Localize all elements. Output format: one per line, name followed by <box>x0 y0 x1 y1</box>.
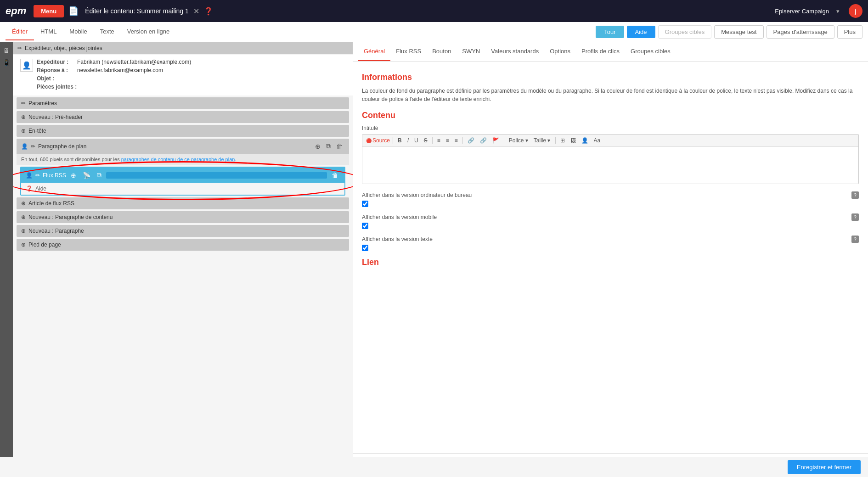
afficher-bureau-label-row: Afficher dans la version ordinateur de b… <box>362 191 859 199</box>
link2-button[interactable]: 🔗 <box>478 136 489 145</box>
help-circle-icon: ❓ <box>26 185 33 192</box>
bold-button[interactable]: B <box>396 136 404 145</box>
paragraphe-contenu-section[interactable]: ⊕ Nouveau : Paragraphe de contenu <box>17 211 349 223</box>
afficher-bureau-checkbox[interactable] <box>362 201 368 207</box>
expediteur-row: Expéditeur : Fabrikam (newsletter.fabrik… <box>37 59 191 65</box>
tab-texte[interactable]: Texte <box>94 23 121 40</box>
tab-valeurs-standards[interactable]: Valeurs standards <box>485 42 544 61</box>
parametres-section[interactable]: ✏ Paramètres <box>17 97 349 109</box>
enregistrer-button[interactable]: Enregistrer et fermer <box>788 460 861 474</box>
pieces-label: Pièces jointes : <box>37 84 77 90</box>
editor-area[interactable] <box>362 147 858 184</box>
italic-button[interactable]: I <box>406 136 411 145</box>
entete-section[interactable]: ⊕ En-tête <box>17 125 349 137</box>
flux-rss-bar <box>106 172 327 179</box>
content-link[interactable]: paragraphes de contenu de ce paragraphe … <box>121 157 235 162</box>
pied-de-page-section[interactable]: ⊕ Pied de page <box>17 239 349 251</box>
copy-icon[interactable]: ⧉ <box>324 141 333 151</box>
tab-version-en-ligne[interactable]: Version en ligne <box>121 23 176 40</box>
afficher-texte-group: Afficher dans la version texte ? <box>362 236 859 251</box>
align-center-button[interactable]: ≡ <box>444 136 451 145</box>
add-icon[interactable]: ⊕ <box>313 141 322 151</box>
divider <box>462 137 463 144</box>
tab-profils-clics[interactable]: Profils de clics <box>576 42 625 61</box>
rich-text-editor: 🔴 Source B I U S ≡ ≡ ≡ 🔗 🔗 🚩 <box>362 134 859 184</box>
tab-bouton[interactable]: Bouton <box>427 42 457 61</box>
aide-button[interactable]: Aide <box>627 26 655 38</box>
toolbar-buttons: Tour Aide Groupes cibles Message test Pa… <box>596 25 862 39</box>
close-icon[interactable]: ✕ <box>193 7 199 16</box>
format-button[interactable]: Aa <box>592 136 603 145</box>
flux-aide-row[interactable]: ❓ Aide <box>21 183 344 195</box>
tab-flux-rss[interactable]: Flux RSS <box>390 42 427 61</box>
objet-row: Objet : <box>37 75 191 82</box>
underline-button[interactable]: U <box>412 136 420 145</box>
flux-rss-header[interactable]: 👤 ✏ Flux RSS ⊕ 📡 ⧉ 🗑 <box>21 168 344 183</box>
paragraphe-header[interactable]: 👤 ✏ Paragraphe de plan ⊕ ⧉ 🗑 <box>17 139 349 154</box>
user-avatar[interactable]: j <box>849 4 862 18</box>
strikethrough-button[interactable]: S <box>422 136 429 145</box>
size-dropdown[interactable]: Taille ▾ <box>532 136 552 145</box>
article-flux-section[interactable]: ⊕ Article de flux RSS <box>17 197 349 209</box>
tab-groupes-cibles[interactable]: Groupes cibles <box>625 42 676 61</box>
link-button[interactable]: 🔗 <box>466 136 476 145</box>
align-right-button[interactable]: ≡ <box>453 136 460 145</box>
afficher-mobile-help-button[interactable]: ? <box>851 213 859 221</box>
editor-toolbar: Éditer HTML Mobile Texte Version en lign… <box>0 22 868 42</box>
align-left-button[interactable]: ≡ <box>435 136 442 145</box>
source-label: Source <box>372 137 390 144</box>
tab-options[interactable]: Options <box>544 42 576 61</box>
pages-atterrissage-button[interactable]: Pages d'atterrissage <box>767 25 834 39</box>
intitule-label: Intitulé <box>362 125 859 131</box>
document-icon[interactable]: 📄 <box>68 6 79 16</box>
afficher-bureau-group: Afficher dans la version ordinateur de b… <box>362 191 859 207</box>
desktop-icon[interactable]: 🖥 <box>3 47 10 54</box>
campaign-dropdown-icon[interactable]: ▾ <box>836 8 840 15</box>
paragraphe-contenu-label: Nouveau : Paragraphe de contenu <box>28 214 113 220</box>
sidebar: 🖥 📱 <box>0 42 13 477</box>
add-icon[interactable]: ⊕ <box>69 171 78 180</box>
flux-rss-container: 👤 ✏ Flux RSS ⊕ 📡 ⧉ 🗑 ❓ Aide <box>17 167 349 196</box>
tab-editer[interactable]: Éditer <box>6 23 34 40</box>
tab-html[interactable]: HTML <box>34 23 63 40</box>
message-test-button[interactable]: Message test <box>714 25 763 39</box>
tour-button[interactable]: Tour <box>596 26 624 38</box>
plus-button[interactable]: Plus <box>837 25 862 39</box>
tab-mobile[interactable]: Mobile <box>63 23 93 40</box>
source-button[interactable]: 🔴 Source <box>366 137 390 144</box>
tab-swyn[interactable]: SWYN <box>457 42 485 61</box>
rss-icon[interactable]: 📡 <box>81 171 92 180</box>
main-layout: 🖥 📱 ✏ Expéditeur, objet, pièces jointes … <box>0 42 868 477</box>
plus-icon: ⊕ <box>21 241 26 248</box>
afficher-mobile-checkbox[interactable] <box>362 223 368 229</box>
divider <box>393 137 393 144</box>
menu-button[interactable]: Menu <box>34 5 64 17</box>
article-flux-label: Article de flux RSS <box>28 200 74 207</box>
afficher-texte-checkbox[interactable] <box>362 245 368 251</box>
afficher-bureau-help-button[interactable]: ? <box>851 191 859 199</box>
user-button[interactable]: 👤 <box>580 136 590 145</box>
delete-icon[interactable]: 🗑 <box>334 141 344 151</box>
informations-title: Informations <box>362 73 859 82</box>
tab-general[interactable]: Général <box>358 42 390 61</box>
copy-icon[interactable]: ⧉ <box>95 170 103 180</box>
reponse-value: newsletter.fabrikam@example.com <box>77 67 163 73</box>
lien-title: Lien <box>362 258 859 267</box>
font-dropdown[interactable]: Police ▾ <box>507 136 530 145</box>
nouveau-paragraphe-section[interactable]: ⊕ Nouveau : Paragraphe <box>17 225 349 237</box>
campaign-name: Episerver Campaign <box>775 8 829 15</box>
image-button[interactable]: 🖼 <box>569 136 578 145</box>
table-button[interactable]: ⊞ <box>558 136 567 145</box>
mobile-icon[interactable]: 📱 <box>3 59 11 66</box>
preheader-section[interactable]: ⊕ Nouveau : Pré-header <box>17 111 349 123</box>
flag-button[interactable]: 🚩 <box>490 136 501 145</box>
groupes-cibles-button[interactable]: Groupes cibles <box>658 25 712 39</box>
page-title: Éditer le contenu: Summer mailing 1 <box>85 7 189 15</box>
afficher-texte-help-button[interactable]: ? <box>851 236 859 243</box>
help-icon[interactable]: ❓ <box>204 7 213 16</box>
pencil-icon: ✏ <box>21 100 26 107</box>
delete-icon[interactable]: 🗑 <box>330 171 340 180</box>
flux-rss-label: Flux RSS <box>43 172 66 179</box>
pencil-icon: ✏ <box>35 172 40 179</box>
sender-header-bar[interactable]: ✏ Expéditeur, objet, pièces jointes <box>13 42 353 54</box>
